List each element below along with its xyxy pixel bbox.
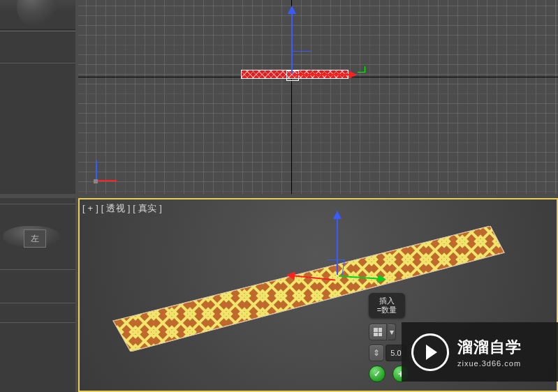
divider [0, 204, 75, 204]
grid-mode-dropdown[interactable]: ▾ [388, 324, 396, 340]
grid-icon [374, 328, 382, 336]
watermark-text: 溜溜自学 zixue.3d66.com [457, 337, 522, 368]
material-preview-sphere[interactable] [17, 0, 59, 28]
check-icon: ✓ [374, 369, 381, 379]
viewport-label[interactable]: [ + ] [ 透视 ] [ 真实 ] [82, 202, 162, 215]
world-axis-x [96, 180, 117, 181]
divider [0, 29, 75, 30]
selection-outline [286, 70, 299, 81]
gizmo-y-axis[interactable] [291, 7, 293, 74]
divider [0, 269, 75, 270]
gizmo-z-axis-tick [358, 66, 365, 73]
grid-mode-button[interactable] [369, 324, 387, 340]
gizmo-plane-handle[interactable] [291, 51, 311, 71]
spinner-drag-handle[interactable]: ⇕ [369, 345, 384, 361]
watermark-title: 溜溜自学 [457, 337, 522, 358]
divider [0, 303, 75, 303]
divider [0, 31, 75, 31]
world-axis-origin [94, 179, 98, 183]
tooltip-line1: 插入 [379, 296, 395, 306]
world-axis-y [96, 160, 97, 181]
grid-background [78, 0, 558, 194]
divider [0, 63, 75, 63]
watermark-overlay: 溜溜自学 zixue.3d66.com [402, 322, 558, 382]
tooltip: 插入 =数量 [369, 293, 405, 318]
top-left-panel [0, 0, 75, 194]
confirm-button[interactable]: ✓ [369, 365, 386, 382]
divider [0, 322, 75, 323]
play-icon [411, 333, 449, 371]
top-viewport[interactable] [78, 0, 558, 194]
gizmo-plane-handle[interactable] [325, 259, 344, 276]
updown-icon: ⇕ [373, 348, 380, 358]
gizmo-x-axis[interactable] [293, 74, 355, 75]
tooltip-line2: =数量 [377, 306, 397, 315]
watermark-subtitle: zixue.3d66.com [457, 359, 522, 368]
bottom-left-panel: 左 [0, 198, 75, 392]
app-root: 左 [ + ] [ 透视 ] [ 真实 ] 插入 =数量 [0, 0, 558, 392]
gizmo-z-axis[interactable] [337, 212, 338, 275]
viewcube-face[interactable]: 左 [24, 229, 46, 248]
world-axis-tripod [94, 156, 122, 183]
chevron-down-icon: ▾ [390, 327, 394, 337]
